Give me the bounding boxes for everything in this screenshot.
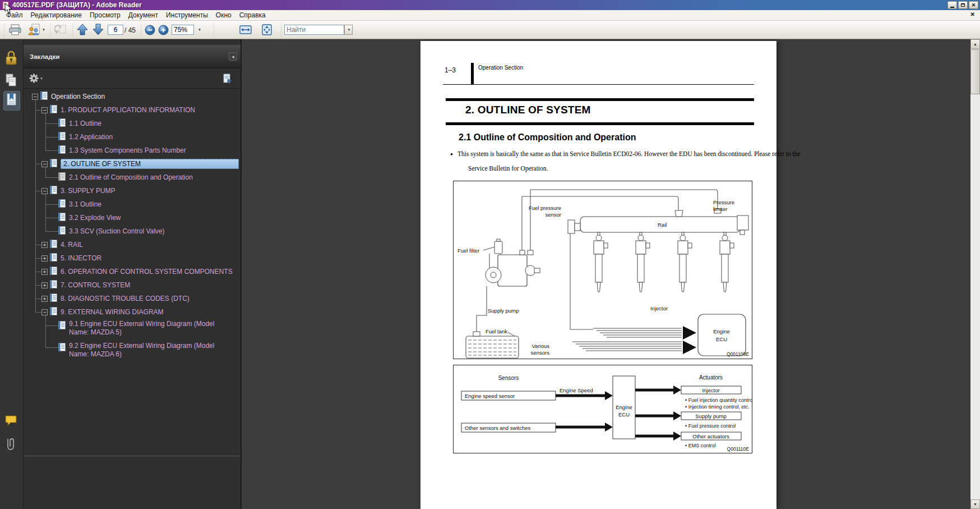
bookmark-item[interactable]: − 1. PRODUCT APPLICATION INFORMATION (24, 103, 241, 117)
toolbar-grip[interactable] (72, 24, 73, 36)
label-various-sensors: sensors (531, 350, 550, 356)
bookmark-label: 1.2 Application (69, 133, 113, 141)
bookmark-label: 1.3 System Components Parts Number (69, 146, 186, 154)
bookmark-item[interactable]: + 5. INJECTOR (24, 251, 241, 265)
bookmark-item-selected[interactable]: − 2. OUTLINE OF SYSTEM (24, 157, 241, 171)
next-page-button[interactable] (91, 22, 105, 37)
bookmark-item[interactable]: + 8. DIAGNOSTIC TROUBLE CODES (DTC) (24, 292, 241, 305)
body-text: Service Bulletin for Operation. (468, 165, 548, 172)
bookmark-item-current[interactable]: 2.1 Outline of Composition and Operation (24, 171, 241, 184)
collapse-left-icon: ◂ (232, 54, 234, 59)
print-button[interactable] (7, 22, 24, 37)
bookmark-label: 4. RAIL (61, 241, 83, 249)
pages-panel-icon[interactable] (4, 73, 18, 89)
bookmark-item[interactable]: 9.2 Engine ECU External Wiring Diagram (… (24, 341, 241, 363)
panel-collapse-button[interactable]: ◂ (229, 52, 237, 61)
scroll-up-icon: ▲ (973, 42, 977, 46)
toolbar-grip[interactable] (49, 24, 51, 36)
collapse-icon[interactable]: − (41, 107, 48, 113)
menu-tools[interactable]: Инструменты (162, 10, 212, 20)
bookmark-page-icon (50, 267, 57, 277)
bookmark-item[interactable]: + 4. RAIL (24, 238, 241, 251)
collapse-icon[interactable]: − (41, 161, 48, 167)
bookmark-label: 2.1 Outline of Composition and Operation (69, 173, 193, 181)
fit-width-icon (239, 24, 252, 36)
bookmark-item[interactable]: 3.3 SCV (Suction Control Valve) (24, 224, 241, 238)
figure-control-block-diagram: Sensors Actuators Engine speed sensor Ot… (453, 365, 752, 453)
bookmark-item[interactable]: 1.2 Application (24, 130, 241, 144)
scroll-up-button[interactable]: ▲ (970, 39, 980, 49)
label-supply-pump: Supply pump (488, 308, 519, 314)
menu-help[interactable]: Справка (235, 10, 270, 20)
restore-button[interactable] (958, 1, 968, 9)
scroll-down-button[interactable]: ▼ (970, 499, 980, 509)
close-button[interactable]: ✕ (969, 1, 978, 9)
label-other-actuators-box: Other actuators (692, 433, 729, 439)
page-number-input[interactable] (108, 25, 123, 35)
expand-icon[interactable]: + (41, 269, 48, 275)
fit-page-button[interactable] (259, 22, 275, 37)
menu-edit[interactable]: Редактирование (27, 10, 86, 20)
goto-bookmark-button[interactable] (223, 74, 233, 85)
menu-view[interactable]: Просмотр (86, 10, 124, 20)
bookmark-item[interactable]: − 3. SUPPLY PUMP (24, 184, 241, 198)
page-header-rule (443, 84, 754, 85)
toolbar-grip[interactable] (280, 24, 282, 36)
attachments-icon[interactable] (4, 437, 17, 454)
zoom-dropdown-icon: ▼ (198, 28, 201, 31)
find-dropdown-button[interactable]: ▼ (344, 25, 353, 35)
bookmarks-panel-icon[interactable] (3, 91, 20, 111)
expand-icon[interactable]: + (41, 296, 48, 302)
minimize-button[interactable] (947, 1, 957, 9)
bookmark-item[interactable]: − 9. EXTERNAL WIRING DIAGRAM (24, 305, 241, 319)
menu-window[interactable]: Окно (212, 10, 235, 20)
toolbar-grip[interactable] (213, 24, 215, 36)
expand-icon[interactable]: + (41, 282, 48, 288)
toolbar-grip[interactable] (140, 24, 142, 36)
security-lock-icon[interactable] (4, 49, 18, 68)
collapse-icon[interactable]: − (41, 188, 48, 194)
scrollbar-thumb[interactable] (970, 49, 980, 94)
label-fuel-filter: Fuel filter (457, 247, 479, 254)
menu-document[interactable]: Документ (124, 10, 162, 20)
collaborate-button[interactable]: ▼ (26, 22, 47, 37)
bookmark-label: 3.1 Outline (69, 200, 101, 208)
bookmark-item[interactable]: 3.1 Outline (24, 198, 241, 211)
document-viewport[interactable]: 1–3 Operation Section 2. OUTLINE OF SYST… (242, 39, 980, 509)
collapse-icon[interactable]: − (41, 309, 48, 315)
bookmark-item[interactable]: 1.3 System Components Parts Number (24, 144, 241, 157)
bookmark-item[interactable]: − Operation Section (24, 90, 241, 103)
gear-icon (29, 74, 39, 83)
bookmark-item[interactable]: 1.1 Outline (24, 117, 241, 130)
label-ecu: Engine (616, 404, 632, 410)
vertical-scrollbar[interactable]: ▲ ▼ (970, 39, 980, 509)
comments-icon[interactable] (4, 414, 18, 428)
arrow-down-icon (93, 24, 104, 36)
menubar-close-icon[interactable]: ✕ (970, 11, 975, 17)
heading-rule-top (446, 98, 754, 101)
zoom-in-button[interactable] (157, 22, 169, 37)
bookmarks-options-button[interactable]: ▼ (29, 74, 43, 83)
expand-icon[interactable]: + (41, 242, 48, 248)
find-input[interactable] (284, 25, 344, 35)
bookmark-item[interactable]: 3.2 Explode View (24, 211, 241, 224)
previous-page-button[interactable] (75, 22, 90, 37)
bookmark-page-icon (50, 240, 57, 250)
bookmark-page-icon (58, 199, 66, 209)
bookmark-page-icon (50, 105, 57, 115)
bookmark-item[interactable]: + 6. OPERATION OF CONTROL SYSTEM COMPONE… (24, 265, 241, 278)
zoom-out-button[interactable] (144, 22, 156, 37)
expand-icon[interactable]: + (41, 255, 48, 262)
page-header-bar (471, 63, 474, 84)
zoom-level-input[interactable] (172, 25, 194, 35)
bookmark-item[interactable]: 9.1 Engine ECU External Wiring Diagram (… (24, 319, 241, 341)
bookmark-item[interactable]: + 7. CONTROL SYSTEM (24, 278, 241, 292)
label-injector-box: Injector (702, 387, 719, 393)
collapse-icon[interactable]: − (32, 94, 38, 100)
toolbar-grip[interactable] (3, 24, 5, 36)
minimize-icon (950, 7, 954, 8)
zoom-dropdown-button[interactable]: ▼ (195, 22, 203, 37)
close-icon: ✕ (972, 2, 976, 8)
fit-width-button[interactable] (238, 22, 253, 37)
label-fuel-pressure-sensor: sensor (545, 212, 561, 218)
